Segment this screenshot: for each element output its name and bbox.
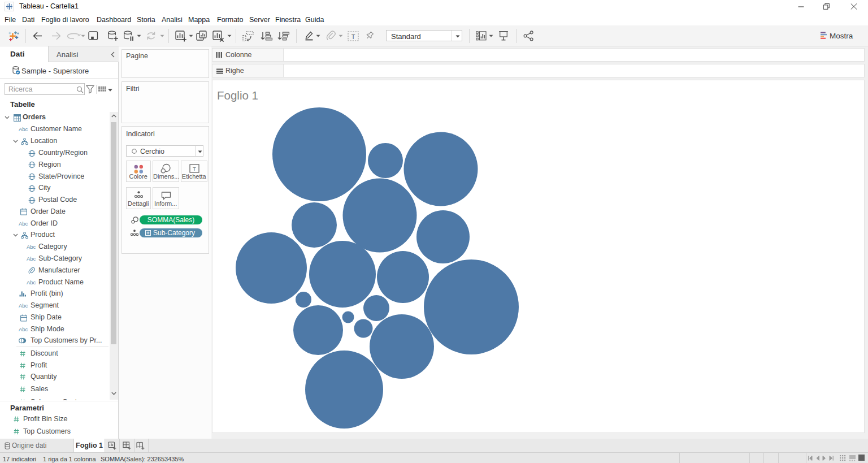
svg-text:Abc: Abc bbox=[19, 220, 28, 227]
svg-text:Abc: Abc bbox=[27, 279, 36, 285]
svg-text:Abc: Abc bbox=[19, 326, 28, 332]
svg-text:Abc: Abc bbox=[27, 244, 36, 250]
svg-text:T: T bbox=[193, 165, 196, 171]
svg-text:T: T bbox=[351, 33, 355, 40]
svg-text:Abc: Abc bbox=[27, 256, 36, 262]
svg-text:Abc: Abc bbox=[19, 126, 28, 132]
svg-text:Abc: Abc bbox=[19, 302, 28, 309]
